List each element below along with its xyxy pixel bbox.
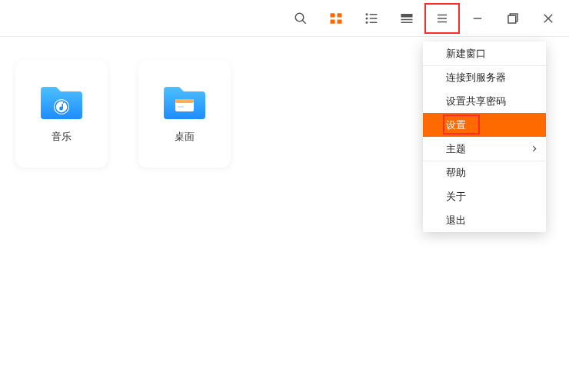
desktop-folder-icon <box>162 84 207 121</box>
music-folder-icon <box>39 84 84 121</box>
main-menu-dropdown: 新建窗口 连接到服务器 设置共享密码 设置 主题 帮助 关于 退出 <box>423 42 546 232</box>
minimize-icon <box>471 12 484 25</box>
grid-view-button[interactable] <box>318 3 354 34</box>
minimize-button[interactable] <box>460 3 495 34</box>
menu-item-theme[interactable]: 主题 <box>423 137 546 161</box>
svg-rect-3 <box>338 13 342 17</box>
file-item-music[interactable]: 音乐 <box>15 60 108 168</box>
svg-point-0 <box>295 13 304 22</box>
menu-item-set-share-password[interactable]: 设置共享密码 <box>423 89 546 113</box>
menu-item-label: 新建窗口 <box>446 47 486 61</box>
compact-view-button[interactable] <box>389 3 424 34</box>
file-label: 音乐 <box>52 130 72 144</box>
toolbar <box>0 0 569 37</box>
menu-item-help[interactable]: 帮助 <box>423 161 546 184</box>
menu-item-about[interactable]: 关于 <box>423 184 546 208</box>
list-view-icon <box>364 12 378 25</box>
close-button[interactable] <box>531 3 566 34</box>
chevron-right-icon <box>531 143 538 154</box>
menu-item-label: 主题 <box>446 142 466 156</box>
maximize-button[interactable] <box>495 3 531 34</box>
menu-item-connect-server[interactable]: 连接到服务器 <box>423 65 546 89</box>
grid-view-icon <box>329 12 343 25</box>
svg-rect-4 <box>331 19 335 23</box>
compact-view-icon <box>400 12 414 25</box>
svg-rect-27 <box>178 106 184 108</box>
menu-item-exit[interactable]: 退出 <box>423 208 546 232</box>
hamburger-menu-icon <box>435 12 449 25</box>
menu-item-new-window[interactable]: 新建窗口 <box>423 42 546 65</box>
svg-rect-20 <box>508 15 516 23</box>
menu-item-label: 设置共享密码 <box>446 95 506 108</box>
menu-item-label: 设置 <box>446 118 466 132</box>
main-menu-button[interactable] <box>424 3 460 34</box>
svg-rect-2 <box>331 13 335 17</box>
menu-item-settings[interactable]: 设置 <box>423 113 546 137</box>
menu-item-label: 关于 <box>446 190 466 204</box>
file-label: 桌面 <box>175 130 195 144</box>
search-icon <box>294 12 308 25</box>
file-item-desktop[interactable]: 桌面 <box>138 60 231 168</box>
svg-point-10 <box>366 22 368 23</box>
svg-rect-5 <box>338 19 342 23</box>
menu-item-label: 退出 <box>446 214 466 228</box>
svg-rect-26 <box>175 99 194 103</box>
svg-line-1 <box>302 20 306 24</box>
svg-point-8 <box>366 18 368 19</box>
svg-rect-12 <box>401 14 413 18</box>
search-button[interactable] <box>283 3 318 34</box>
svg-rect-14 <box>401 22 413 23</box>
menu-item-label: 连接到服务器 <box>446 71 506 85</box>
svg-point-6 <box>366 14 368 15</box>
menu-item-label: 帮助 <box>446 166 466 180</box>
maximize-icon <box>506 12 520 25</box>
close-icon <box>541 12 555 25</box>
list-view-button[interactable] <box>354 3 389 34</box>
svg-rect-13 <box>401 18 413 20</box>
